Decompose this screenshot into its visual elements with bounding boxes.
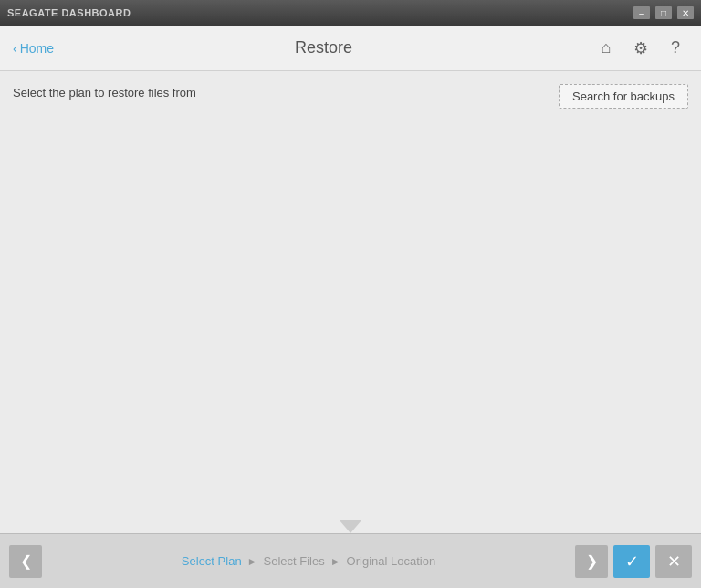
cancel-button[interactable]: ✕ [655, 545, 692, 578]
close-button[interactable]: ✕ [677, 6, 694, 19]
minimize-button[interactable]: – [633, 6, 650, 19]
step-arrow-1: ► [247, 555, 258, 568]
prev-arrow-icon: ❮ [20, 552, 32, 570]
content-top-bar: Select the plan to restore files from Se… [13, 84, 688, 109]
header: ‹ Home Restore ⌂ ⚙ ? [0, 26, 701, 71]
triangle-down-icon [340, 520, 361, 533]
gear-icon: ⚙ [633, 38, 648, 58]
title-bar: SEAGATE DASHBOARD – □ ✕ [0, 0, 701, 26]
next-button[interactable]: ❯ [575, 545, 608, 578]
maximize-button[interactable]: □ [655, 6, 672, 19]
settings-button[interactable]: ⚙ [628, 36, 654, 61]
step-select-files: Select Files [264, 554, 325, 568]
step-original-location: Original Location [347, 554, 436, 568]
confirm-button[interactable]: ✓ [613, 545, 650, 578]
help-button[interactable]: ? [663, 36, 688, 61]
home-link[interactable]: ‹ Home [13, 41, 54, 56]
home-icon: ⌂ [602, 38, 612, 58]
prev-button[interactable]: ❮ [9, 545, 42, 578]
home-label: Home [20, 41, 54, 56]
steps-nav: Select Plan ► Select Files ► Original Lo… [42, 554, 575, 568]
step-select-plan: Select Plan [182, 554, 242, 568]
step-arrow-2: ► [330, 555, 341, 568]
instruction-text: Select the plan to restore files from [13, 84, 196, 100]
content-area: Select the plan to restore files from Se… [0, 71, 701, 533]
chevron-left-icon: ‹ [13, 41, 17, 56]
footer-action-buttons: ❯ ✓ ✕ [575, 545, 692, 578]
help-icon: ? [671, 38, 680, 58]
divider-section [13, 520, 688, 533]
header-icons: ⌂ ⚙ ? [593, 36, 688, 61]
app-title: SEAGATE DASHBOARD [7, 7, 131, 18]
page-title: Restore [54, 38, 593, 58]
checkmark-icon: ✓ [625, 551, 639, 572]
home-icon-button[interactable]: ⌂ [593, 36, 619, 61]
window-controls: – □ ✕ [633, 6, 694, 19]
search-backups-button[interactable]: Search for backups [559, 84, 688, 109]
footer: ❮ Select Plan ► Select Files ► Original … [0, 533, 701, 588]
next-arrow-icon: ❯ [586, 552, 598, 570]
close-icon: ✕ [667, 551, 681, 572]
